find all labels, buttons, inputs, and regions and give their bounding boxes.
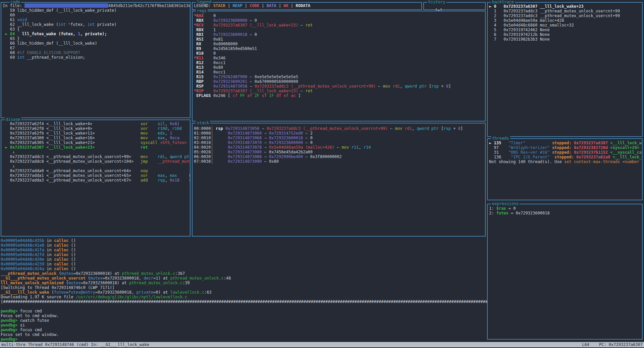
backtrace-panel[interactable]: backtrace ► 0 0x7293237a6307 __lll_lock_… [487,2,643,137]
status-bar-right: L64 PC: 0x7293237a6307 [582,342,643,347]
backtrace-lines: ► 0 0x7293237a6307 __lll_lock_wake+23 1 … [489,4,642,42]
registers-panel[interactable]: regs *RAX0 RBX0x729323600000 ← 0*RCX0x72… [192,11,486,121]
threads-panel[interactable]: threads ► 135 "Timer" stopped: 0x7293237… [487,138,643,200]
command-output[interactable]: 0x00005e04d48c435b in calloc ()0x00005e0… [1,238,487,342]
thread-lines: ► 135 "Timer" stopped: 0x7293237a6307 <_… [489,141,642,164]
regs-panel-title: regs [196,9,208,13]
code-panel[interactable]: code In file: 4845db211e7b42c7176f9be21b… [1,2,191,118]
stack-panel[interactable]: stack 00:0000│ rsp 0x729314873058 → 0x72… [192,123,486,237]
status-bar-left: multi-thre Thread 0x7293148746 (cmd) In:… [1,342,149,347]
stack-lines: 00:0000│ rsp 0x729314873058 → 0x7293237a… [194,126,485,164]
expressions-panel-title: expressions [491,202,520,206]
legend-panel: legend LEGEND: STACK | HEAP | CODE | DAT… [192,2,422,10]
status-bar: multi-thre Thread 0x7293148746 (cmd) In:… [0,342,644,347]
source-code-lines: In file: 4845db211e7b42c7176f9be21b8301e… [3,3,190,60]
stack-panel-title: stack [196,121,210,125]
history-panel: history [←] [→] [423,2,486,10]
register-lines: *RAX0 RBX0x729323600000 ← 0*RCX0x7293237… [194,13,485,98]
pwndbg-terminal: { "colors": { "background": "#252a34", "… [0,0,644,348]
legend-line: LEGEND: STACK | HEAP | CODE | DATA | WX … [194,3,421,8]
disasm-panel[interactable]: disasm 0x7293237a62f4 <__lll_lock_wake+4… [1,119,191,237]
disassembly-lines: 0x7293237a62f4 <__lll_lock_wake+4>xorsil… [3,121,190,183]
expressions-panel[interactable]: expressions 1: $rax = 02: futex = 0x7293… [487,204,643,340]
expression-lines: 1: $rax = 02: futex = 0x729323600018 [489,206,642,215]
redacted-filename [24,3,108,8]
threads-panel-title: threads [491,136,510,141]
